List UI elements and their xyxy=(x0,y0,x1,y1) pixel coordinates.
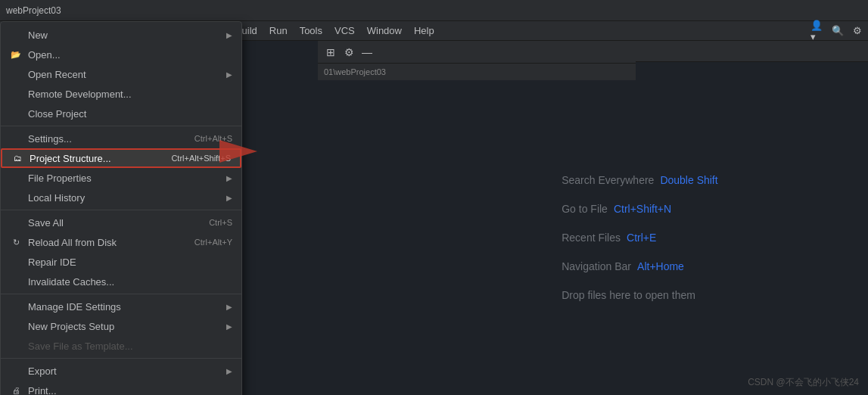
watermark: CSDN @不会飞的小飞侠24 xyxy=(748,376,859,389)
toolbar-minus-icon[interactable]: — xyxy=(360,45,374,59)
invalidate-icon xyxy=(10,275,22,288)
menu-save-template: Save File as Template... xyxy=(1,336,241,356)
menu-item-tools[interactable]: Tools xyxy=(294,23,328,39)
hint-goto-label: Go to File xyxy=(562,203,608,215)
new-icon xyxy=(10,29,22,41)
hint-nav-shortcut: Alt+Home xyxy=(637,260,684,272)
save-all-icon xyxy=(10,216,22,229)
menu-item-run[interactable]: Run xyxy=(263,23,294,39)
search-everywhere-icon[interactable]: 🔍 xyxy=(830,23,845,39)
hint-recent-shortcut: Ctrl+E xyxy=(627,232,656,244)
hint-goto-shortcut: Ctrl+Shift+N xyxy=(614,203,671,215)
hint-nav-label: Navigation Bar xyxy=(562,260,631,272)
menu-file-properties[interactable]: File Properties ▶ xyxy=(1,168,241,188)
export-icon xyxy=(10,365,22,377)
menu-local-history[interactable]: Local History ▶ xyxy=(1,188,241,207)
menu-new[interactable]: New ▶ xyxy=(1,25,241,45)
open-icon: 📂 xyxy=(10,48,22,61)
export-arrow: ▶ xyxy=(226,367,232,375)
hint-nav-bar: Navigation Bar Alt+Home xyxy=(562,260,717,272)
settings-icon[interactable]: ⚙ xyxy=(850,23,865,39)
hint-drop-files: Drop files here to open them xyxy=(562,289,717,301)
repair-ide-icon xyxy=(10,256,22,268)
toolbar-gear-icon[interactable]: ⚙ xyxy=(342,45,356,59)
local-history-icon xyxy=(10,191,22,204)
editor-area: Search Everywhere Double Shift Go to Fil… xyxy=(318,80,868,395)
user-icon[interactable]: 👤▾ xyxy=(810,23,826,39)
hint-search-shortcut: Double Shift xyxy=(660,174,717,186)
sep1 xyxy=(1,126,241,126)
menu-project-structure[interactable]: 🗂 Project Structure... Ctrl+Alt+Shift+S xyxy=(1,148,241,168)
open-recent-arrow: ▶ xyxy=(226,70,232,79)
save-template-icon xyxy=(10,340,22,352)
menu-export[interactable]: Export ▶ xyxy=(1,361,241,381)
toolbar-layout-icon[interactable]: ⊞ xyxy=(324,45,338,59)
hint-drop-label: Drop files here to open them xyxy=(562,289,695,301)
menu-open-recent[interactable]: Open Recent ▶ xyxy=(1,64,241,84)
menu-close-project[interactable]: Close Project xyxy=(1,104,241,123)
reload-icon: ↻ xyxy=(10,236,22,248)
open-recent-icon xyxy=(10,68,22,80)
menu-reload-all[interactable]: ↻ Reload All from Disk Ctrl+Alt+Y xyxy=(1,232,241,252)
menu-open[interactable]: 📂 Open... xyxy=(1,45,241,64)
menu-item-help[interactable]: Help xyxy=(408,23,440,39)
menu-invalidate-caches[interactable]: Invalidate Caches... xyxy=(1,272,241,291)
settings-menu-icon xyxy=(10,132,22,145)
hint-goto-file: Go to File Ctrl+Shift+N xyxy=(562,203,717,215)
file-path-text: 01\webProject03 xyxy=(324,67,386,76)
sep4 xyxy=(1,358,241,359)
sep2 xyxy=(1,210,241,210)
close-project-icon xyxy=(10,107,22,120)
file-path-bar: 01\webProject03 xyxy=(318,64,636,80)
remote-dev-icon xyxy=(10,88,22,100)
menu-manage-ide[interactable]: Manage IDE Settings ▶ xyxy=(1,297,241,316)
new-arrow: ▶ xyxy=(226,31,232,39)
title-bar: webProject03 xyxy=(0,0,868,21)
local-history-arrow: ▶ xyxy=(226,194,232,202)
menu-item-window[interactable]: Window xyxy=(361,23,408,39)
hint-search-label: Search Everywhere xyxy=(562,174,654,186)
new-projects-icon xyxy=(10,320,22,332)
file-properties-icon xyxy=(10,172,22,184)
menu-print[interactable]: 🖨 Print... xyxy=(1,381,241,395)
hint-recent-files: Recent Files Ctrl+E xyxy=(562,232,717,244)
manage-ide-icon xyxy=(10,300,22,313)
hint-recent-label: Recent Files xyxy=(562,232,621,244)
menu-new-projects[interactable]: New Projects Setup ▶ xyxy=(1,316,241,336)
title-bar-text: webProject03 xyxy=(6,5,61,16)
sep3 xyxy=(1,294,241,294)
project-structure-icon: 🗂 xyxy=(11,152,23,164)
menu-remote-dev[interactable]: Remote Development... xyxy=(1,84,241,104)
menu-item-vcs[interactable]: VCS xyxy=(328,23,361,39)
file-dropdown-menu: New ▶ 📂 Open... Open Recent ▶ Remote Dev… xyxy=(0,21,242,395)
menu-save-all[interactable]: Save All Ctrl+S xyxy=(1,213,241,232)
print-icon: 🖨 xyxy=(10,384,22,395)
menu-repair-ide[interactable]: Repair IDE xyxy=(1,252,241,272)
editor-hints: Search Everywhere Double Shift Go to Fil… xyxy=(562,174,717,301)
new-projects-arrow: ▶ xyxy=(226,322,232,331)
manage-ide-arrow: ▶ xyxy=(226,303,232,311)
hint-search-everywhere: Search Everywhere Double Shift xyxy=(562,174,717,186)
menu-settings[interactable]: Settings... Ctrl+Alt+S xyxy=(1,129,241,148)
toolbar-area: ⊞ ⚙ — xyxy=(318,41,636,64)
watermark-text: CSDN @不会飞的小飞侠24 xyxy=(748,377,859,387)
file-properties-arrow: ▶ xyxy=(226,174,232,182)
